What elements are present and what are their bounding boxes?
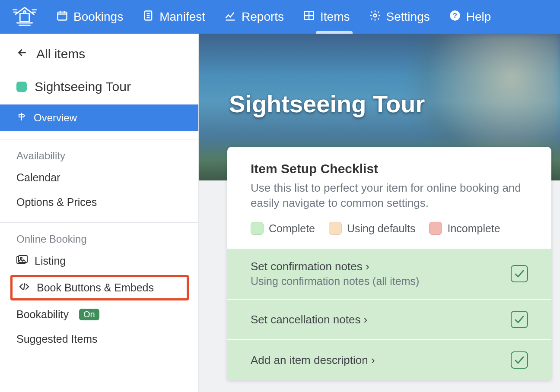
sidebar-label: Options & Prices bbox=[16, 196, 97, 209]
help-icon: ? bbox=[449, 9, 461, 25]
checklist-row-cancellation-notes[interactable]: Set cancellation notes › bbox=[227, 299, 551, 339]
nav-label: Manifest bbox=[159, 10, 205, 24]
swatch-complete-icon bbox=[251, 222, 264, 235]
checklist-label: Set confirmation notes › bbox=[251, 260, 419, 273]
checkmark-icon bbox=[511, 311, 528, 328]
hero-title: Sightseeing Tour bbox=[229, 90, 425, 118]
legend-incomplete: Incomplete bbox=[429, 222, 500, 235]
nav-help[interactable]: ? Help bbox=[449, 0, 491, 34]
section-availability: Availability bbox=[0, 139, 198, 165]
arrow-left-icon bbox=[16, 47, 28, 61]
item-color-chip bbox=[16, 82, 27, 92]
nav-reports[interactable]: Reports bbox=[224, 0, 284, 34]
nav-settings[interactable]: Settings bbox=[369, 0, 430, 34]
legend-label: Complete bbox=[269, 222, 315, 235]
legend-label: Using defaults bbox=[347, 222, 415, 235]
svg-point-1 bbox=[23, 11, 25, 13]
image-icon bbox=[16, 255, 28, 267]
nav-items[interactable]: Items bbox=[303, 0, 350, 34]
back-all-items[interactable]: All items bbox=[0, 34, 198, 74]
checklist-row-confirmation-notes[interactable]: Set confirmation notes › Using confirmat… bbox=[227, 248, 551, 299]
legend-defaults: Using defaults bbox=[329, 222, 415, 235]
svg-rect-0 bbox=[20, 14, 29, 22]
code-icon bbox=[19, 281, 30, 294]
swatch-incomplete-icon bbox=[429, 222, 442, 235]
sidebar-label: Overview bbox=[34, 112, 77, 124]
legend-label: Incomplete bbox=[447, 222, 500, 235]
sidebar-options-prices[interactable]: Options & Prices bbox=[0, 190, 198, 215]
gear-icon bbox=[369, 9, 381, 25]
nav-label: Bookings bbox=[73, 10, 123, 24]
sidebar-label: Calendar bbox=[16, 171, 60, 184]
grid-icon bbox=[303, 9, 315, 25]
nav-label: Help bbox=[466, 10, 491, 24]
sidebar-calendar[interactable]: Calendar bbox=[0, 165, 198, 190]
sidebar-bookability[interactable]: Bookability On bbox=[0, 302, 198, 327]
sidebar-label: Suggested Items bbox=[16, 333, 98, 345]
nav-label: Items bbox=[320, 10, 350, 24]
card-description: Use this list to perfect your item for o… bbox=[251, 180, 528, 211]
app-logo[interactable] bbox=[12, 5, 37, 28]
bookability-badge: On bbox=[79, 309, 99, 320]
item-title: Sightseeing Tour bbox=[35, 79, 131, 94]
checklist-sublabel: Using confirmation notes (all items) bbox=[251, 275, 419, 288]
nav-bookings[interactable]: Bookings bbox=[56, 0, 123, 34]
sidebar-listing[interactable]: Listing bbox=[0, 249, 198, 273]
clipboard-icon bbox=[142, 9, 154, 25]
signpost-icon bbox=[16, 111, 27, 124]
nav-label: Reports bbox=[242, 10, 284, 24]
sidebar-label: Book Buttons & Embeds bbox=[37, 281, 154, 294]
sidebar-book-buttons-embeds[interactable]: Book Buttons & Embeds bbox=[10, 275, 189, 300]
chart-line-icon bbox=[224, 9, 236, 25]
svg-rect-9 bbox=[19, 256, 27, 262]
sidebar-label: Listing bbox=[35, 255, 66, 267]
sidebar-overview[interactable]: Overview bbox=[0, 104, 198, 131]
checklist-card: Item Setup Checklist Use this list to pe… bbox=[227, 147, 551, 380]
checklist-row-item-description[interactable]: Add an item description › bbox=[227, 339, 551, 380]
nav-label: Settings bbox=[386, 10, 430, 24]
sidebar-suggested-items[interactable]: Suggested Items bbox=[0, 327, 198, 351]
card-title: Item Setup Checklist bbox=[251, 161, 528, 176]
legend: Complete Using defaults Incomplete bbox=[251, 222, 528, 235]
checklist-label: Add an item description › bbox=[251, 354, 375, 367]
svg-text:?: ? bbox=[453, 11, 457, 19]
svg-point-5 bbox=[373, 14, 376, 17]
sidebar-label: Bookability bbox=[16, 308, 69, 321]
top-navbar: Bookings Manifest Reports Items Settings… bbox=[0, 0, 560, 34]
svg-rect-2 bbox=[58, 12, 67, 20]
back-label: All items bbox=[36, 47, 85, 61]
legend-complete: Complete bbox=[251, 222, 315, 235]
calendar-icon bbox=[56, 9, 68, 25]
checkmark-icon bbox=[511, 351, 528, 369]
checkmark-icon bbox=[511, 265, 528, 282]
sidebar: All items Sightseeing Tour Overview Avai… bbox=[0, 34, 199, 392]
item-title-row: Sightseeing Tour bbox=[0, 74, 198, 104]
swatch-defaults-icon bbox=[329, 222, 342, 235]
content-area: Sightseeing Tour Item Setup Checklist Us… bbox=[199, 34, 560, 392]
section-online-booking: Online Booking bbox=[0, 223, 198, 249]
checklist-label: Set cancellation notes › bbox=[251, 313, 367, 326]
nav-manifest[interactable]: Manifest bbox=[142, 0, 205, 34]
